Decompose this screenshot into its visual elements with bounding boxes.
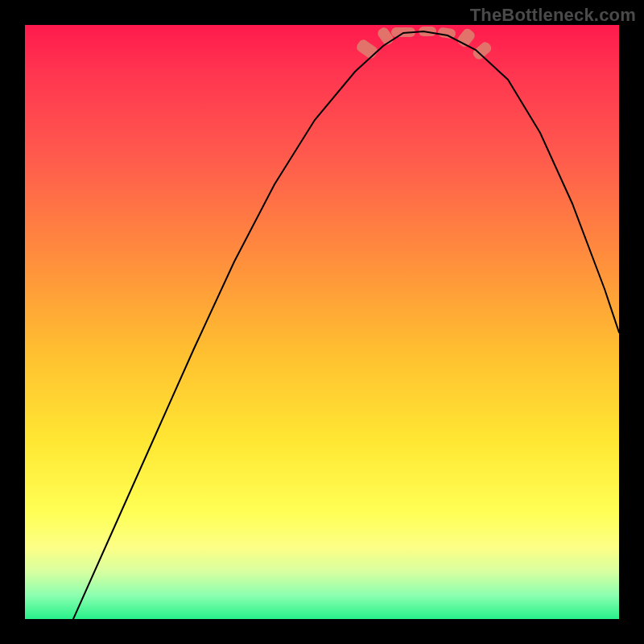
curve-layer <box>25 25 619 619</box>
bottleneck-curve <box>73 31 619 619</box>
watermark-text: TheBottleneck.com <box>470 5 636 26</box>
plot-area <box>25 25 619 619</box>
chart-stage: TheBottleneck.com <box>0 0 644 644</box>
